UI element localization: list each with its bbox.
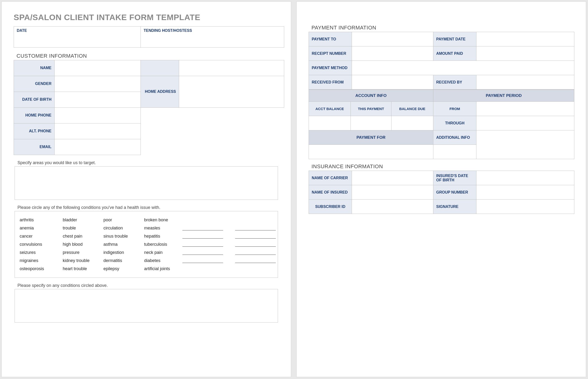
host-label: TENDING HOST/HOSTESS — [141, 27, 284, 34]
name-right-input[interactable] — [179, 60, 284, 76]
blank-line[interactable] — [182, 235, 223, 238]
account-table: ACCOUNT INFO PAYMENT PERIOD ACCT BALANCE… — [309, 90, 574, 159]
cond: convulsions — [20, 242, 63, 247]
pay-to-input[interactable] — [352, 32, 433, 47]
group-label: GROUP NUMBER — [433, 185, 476, 200]
cond: tuberculosis — [144, 242, 182, 247]
cond: osteoporosis — [20, 266, 63, 271]
acct-balance-input[interactable] — [309, 116, 351, 130]
cond: migraines — [20, 258, 63, 263]
gender-input[interactable] — [55, 76, 141, 92]
home-address-input[interactable] — [179, 76, 284, 108]
this-payment-input[interactable] — [351, 116, 392, 130]
cond: poor — [103, 218, 144, 222]
blank-line[interactable] — [182, 243, 223, 247]
cond: indigestion — [103, 250, 144, 255]
name-input[interactable] — [55, 60, 141, 76]
cond: arthritis — [20, 218, 63, 222]
specify-note: Please specify on any conditions circled… — [17, 283, 279, 288]
receipt-label: RECEIPT NUMBER — [309, 47, 352, 61]
pay-date-label: PAYMENT DATE — [433, 32, 476, 47]
blank-line[interactable] — [235, 243, 276, 247]
payment-period-header: PAYMENT PERIOD — [433, 90, 574, 102]
payment-table: PAYMENT TO PAYMENT DATE RECEIPT NUMBER A… — [309, 32, 574, 90]
insurance-table: NAME OF CARRIER INSURED'S DATE OF BIRTH … — [309, 171, 574, 214]
cond: diabetes — [144, 258, 182, 263]
dob-label: DATE OF BIRTH — [14, 92, 55, 108]
balance-due-input[interactable] — [392, 116, 433, 130]
header-table: DATE TENDING HOST/HOSTESS — [14, 26, 284, 47]
additional-input[interactable] — [476, 130, 574, 159]
group-input[interactable] — [476, 185, 574, 200]
payment-for-input[interactable] — [309, 145, 433, 159]
insurance-heading: INSURANCE INFORMATION — [311, 163, 574, 170]
through-input[interactable] — [476, 116, 574, 130]
blank-line[interactable] — [235, 260, 276, 263]
pay-date-input[interactable] — [476, 32, 574, 47]
cond: anemia — [20, 226, 63, 231]
target-box[interactable] — [15, 166, 278, 200]
cond: bladder — [63, 218, 103, 222]
insured-name-input[interactable] — [352, 185, 433, 200]
insured-dob-input[interactable] — [476, 171, 574, 185]
cond: cancer — [20, 234, 63, 239]
blank-line[interactable] — [182, 252, 223, 255]
blank-line[interactable] — [235, 235, 276, 238]
email-label: EMAIL — [14, 139, 55, 155]
blank-line[interactable] — [182, 227, 223, 230]
subscriber-label: SUBSCRIBER ID — [309, 200, 352, 214]
customer-heading: CUSTOMER INFORMATION — [16, 53, 279, 59]
received-by-label: RECEIVED BY — [433, 75, 476, 90]
acct-balance-label: ACCT BALANCE — [309, 102, 351, 116]
signature-label: SIGNATURE — [433, 200, 476, 214]
home-address-label: HOME ADDRESS — [141, 76, 179, 108]
cond: sinus trouble — [103, 234, 144, 239]
form-title: SPA/SALON CLIENT INTAKE FORM TEMPLATE — [14, 13, 279, 22]
insured-dob-label: INSURED'S DATE OF BIRTH — [433, 171, 476, 185]
page-1: SPA/SALON CLIENT INTAKE FORM TEMPLATE DA… — [1, 1, 291, 377]
date-input[interactable] — [14, 34, 141, 47]
blank-line[interactable] — [235, 227, 276, 230]
customer-table: NAME GENDER HOME ADDRESS DATE OF BIRTH H… — [14, 60, 284, 155]
method-input[interactable] — [352, 61, 574, 75]
cond: broken bone — [144, 218, 182, 222]
alt-phone-label: ALT. PHONE — [14, 123, 55, 139]
subscriber-input[interactable] — [352, 200, 433, 214]
cond: hepatitis — [144, 234, 182, 239]
received-from-label: RECEIVED FROM — [309, 75, 352, 90]
alt-phone-input[interactable] — [55, 123, 141, 139]
received-by-input[interactable] — [476, 75, 574, 90]
email-input[interactable] — [55, 139, 141, 155]
from-input[interactable] — [476, 102, 574, 116]
cond: dermatitis — [103, 258, 144, 263]
from-label: FROM — [433, 102, 476, 116]
cond: asthma — [103, 242, 144, 247]
cond: high blood — [63, 242, 103, 247]
payment-for-label: PAYMENT FOR — [309, 130, 433, 145]
host-input[interactable] — [141, 34, 284, 47]
received-from-input[interactable] — [352, 75, 433, 90]
cond: neck pain — [144, 250, 182, 255]
payment-heading: PAYMENT INFORMATION — [311, 25, 574, 31]
signature-input[interactable] — [476, 200, 574, 214]
blank-line[interactable] — [182, 260, 223, 263]
home-phone-label: HOME PHONE — [14, 108, 55, 123]
balance-due-label: BALANCE DUE — [392, 102, 433, 116]
cond: heart trouble — [63, 266, 103, 271]
dob-input[interactable] — [55, 92, 141, 108]
name-label: NAME — [14, 60, 55, 76]
additional-input-2[interactable] — [433, 145, 476, 159]
page-2: PAYMENT INFORMATION PAYMENT TO PAYMENT D… — [296, 1, 586, 377]
pay-to-label: PAYMENT TO — [309, 32, 352, 47]
receipt-input[interactable] — [352, 47, 433, 61]
home-phone-input[interactable] — [55, 108, 141, 123]
specify-box[interactable] — [15, 289, 278, 323]
account-info-header: ACCOUNT INFO — [309, 90, 433, 102]
blank-line[interactable] — [235, 252, 276, 255]
additional-label: ADDITIONAL INFO — [433, 130, 476, 145]
cond: chest pain — [63, 234, 103, 239]
method-label: PAYMENT METHOD — [309, 61, 352, 75]
carrier-input[interactable] — [352, 171, 433, 185]
amount-input[interactable] — [476, 47, 574, 61]
insured-name-label: NAME OF INSURED — [309, 185, 352, 200]
